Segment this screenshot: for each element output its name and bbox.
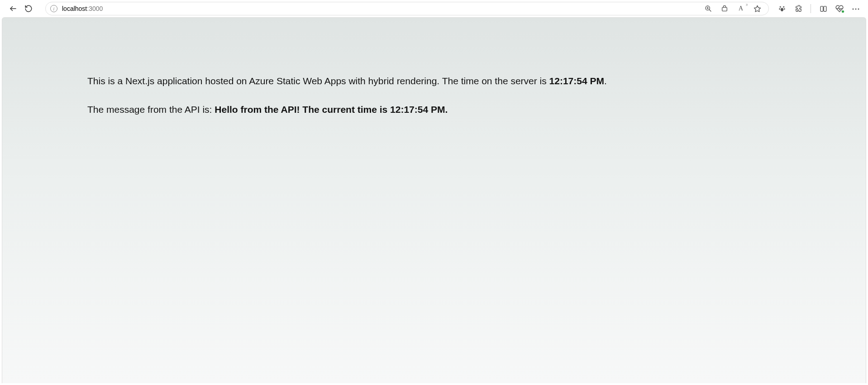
read-aloud-icon[interactable]: A⁾⁾ xyxy=(737,5,745,13)
api-message-prefix: The message from the API is: xyxy=(87,104,215,115)
nav-buttons xyxy=(5,5,36,13)
svg-rect-13 xyxy=(824,6,826,11)
server-time-value: 12:17:54 PM xyxy=(549,76,604,86)
svg-point-10 xyxy=(784,8,785,10)
svg-rect-12 xyxy=(820,6,823,11)
refresh-button[interactable] xyxy=(24,5,33,13)
svg-line-2 xyxy=(709,10,711,11)
svg-point-11 xyxy=(781,8,783,12)
page-content: This is a Next.js application hosted on … xyxy=(2,18,866,117)
shopping-icon[interactable] xyxy=(720,5,729,13)
back-button[interactable] xyxy=(9,5,17,13)
url-host: localhost xyxy=(62,5,87,12)
server-time-prefix: This is a Next.js application hosted on … xyxy=(87,76,549,86)
api-message-value: Hello from the API! The current time is … xyxy=(215,104,448,115)
split-screen-icon[interactable] xyxy=(819,5,827,13)
address-bar-actions: A⁾⁾ xyxy=(704,5,764,13)
url-port: :3000 xyxy=(87,5,103,12)
zoom-icon[interactable] xyxy=(704,5,712,13)
toolbar-divider xyxy=(811,4,811,13)
address-bar[interactable]: i localhost:3000 A⁾⁾ xyxy=(45,2,769,15)
heartbeat-icon[interactable] xyxy=(835,5,844,13)
extensions-icon[interactable] xyxy=(794,5,802,13)
svg-rect-5 xyxy=(722,7,727,11)
site-info-icon[interactable]: i xyxy=(50,5,57,12)
extension-paw-icon[interactable] xyxy=(778,5,786,13)
page-viewport: This is a Next.js application hosted on … xyxy=(2,17,866,383)
svg-point-7 xyxy=(780,6,781,8)
svg-point-9 xyxy=(779,8,780,10)
server-time-suffix: . xyxy=(604,76,607,86)
favorite-icon[interactable] xyxy=(753,5,761,13)
toolbar-right: ⋯ xyxy=(773,4,863,13)
browser-toolbar: i localhost:3000 A⁾⁾ xyxy=(0,0,868,17)
more-menu-icon[interactable]: ⋯ xyxy=(852,5,860,13)
svg-marker-6 xyxy=(754,5,760,11)
server-time-line: This is a Next.js application hosted on … xyxy=(87,74,811,89)
svg-point-8 xyxy=(783,6,784,8)
url-display: localhost:3000 xyxy=(62,5,103,12)
api-message-line: The message from the API is: Hello from … xyxy=(87,102,811,117)
